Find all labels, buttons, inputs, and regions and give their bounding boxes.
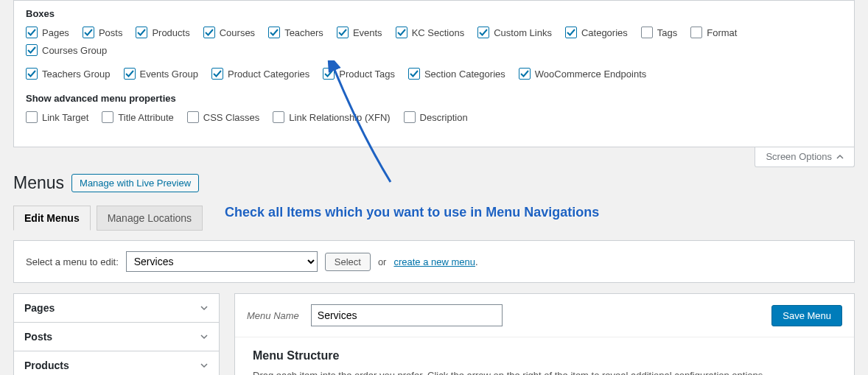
checkbox-label: Link Relationship (XFN) bbox=[289, 112, 390, 123]
box-check-6[interactable]: KC Sections bbox=[396, 27, 465, 38]
checkbox-icon bbox=[26, 44, 38, 56]
checkbox-icon bbox=[404, 111, 416, 123]
checkbox-label: Custom Links bbox=[494, 27, 552, 38]
checkbox-label: Products bbox=[152, 27, 189, 38]
checkbox-label: Events bbox=[353, 27, 382, 38]
sidebar-item-products[interactable]: Products bbox=[14, 351, 219, 375]
checkbox-icon bbox=[641, 27, 653, 38]
box-check-9[interactable]: Tags bbox=[641, 27, 677, 38]
chevron-down-icon bbox=[200, 361, 209, 370]
tab-manage-locations[interactable]: Manage Locations bbox=[97, 206, 203, 231]
select-menu-label: Select a menu to edit: bbox=[26, 256, 119, 267]
checkbox-label: Product Tags bbox=[339, 69, 395, 80]
checkbox-icon bbox=[323, 68, 335, 80]
box-check-r2-2[interactable]: Product Categories bbox=[211, 68, 309, 80]
sidebar-item-posts[interactable]: Posts bbox=[14, 323, 219, 351]
boxes-row-1: PagesPostsProductsCoursesTeachersEventsK… bbox=[26, 27, 842, 62]
checkbox-icon bbox=[83, 27, 94, 38]
box-check-1[interactable]: Posts bbox=[83, 27, 123, 38]
checkbox-icon bbox=[690, 27, 702, 38]
checkbox-icon bbox=[273, 111, 284, 123]
checkbox-label: Posts bbox=[99, 27, 123, 38]
create-menu-link[interactable]: create a new menu bbox=[393, 256, 475, 267]
checkbox-label: Title Attribute bbox=[118, 112, 173, 123]
checkbox-icon bbox=[102, 111, 113, 123]
sidebar-item-label: Products bbox=[24, 360, 69, 371]
adv-check-2[interactable]: CSS Classes bbox=[187, 111, 260, 123]
select-button[interactable]: Select bbox=[325, 253, 371, 271]
save-menu-button[interactable]: Save Menu bbox=[771, 305, 842, 326]
menu-structure-heading: Menu Structure bbox=[253, 349, 836, 362]
accordion: PagesPostsProducts bbox=[13, 293, 220, 375]
sidebar-item-label: Posts bbox=[24, 331, 52, 343]
box-check-8[interactable]: Categories bbox=[565, 27, 628, 38]
tab-edit-menus[interactable]: Edit Menus bbox=[13, 206, 91, 231]
box-check-r2-1[interactable]: Events Group bbox=[124, 68, 199, 80]
box-check-2[interactable]: Products bbox=[136, 27, 189, 38]
checkbox-label: Tags bbox=[657, 27, 677, 38]
menu-select[interactable]: Services bbox=[126, 251, 318, 272]
checkbox-icon bbox=[26, 68, 38, 80]
checkbox-icon bbox=[337, 27, 349, 38]
page-title: Menus bbox=[13, 173, 64, 193]
box-check-10[interactable]: Format bbox=[690, 27, 737, 38]
live-preview-button[interactable]: Manage with Live Preview bbox=[71, 174, 199, 192]
checkbox-label: Description bbox=[420, 112, 468, 123]
checkbox-icon bbox=[136, 27, 147, 38]
box-check-3[interactable]: Courses bbox=[203, 27, 255, 38]
checkbox-icon bbox=[203, 27, 215, 38]
sidebar-item-pages[interactable]: Pages bbox=[14, 294, 219, 323]
checkbox-icon bbox=[124, 68, 136, 80]
boxes-heading: Boxes bbox=[26, 8, 842, 19]
chevron-up-icon bbox=[836, 153, 844, 161]
select-menu-panel: Select a menu to edit: Services Select o… bbox=[13, 240, 855, 283]
boxes-row-2: Teachers GroupEvents GroupProduct Catego… bbox=[26, 68, 842, 85]
screen-options-panel: Boxes PagesPostsProductsCoursesTeachersE… bbox=[13, 0, 855, 147]
sidebar: PagesPostsProducts bbox=[13, 293, 220, 375]
adv-check-4[interactable]: Description bbox=[404, 111, 468, 123]
annotation-text: Check all Items which you want to use in… bbox=[225, 205, 599, 230]
checkbox-label: Teachers bbox=[284, 27, 323, 38]
period: . bbox=[475, 256, 478, 267]
checkbox-label: Format bbox=[707, 27, 737, 38]
checkbox-icon bbox=[565, 27, 577, 38]
menu-editor: Menu Name Save Menu Menu Structure Drag … bbox=[234, 293, 855, 375]
menu-structure-desc: Drag each item into the order you prefer… bbox=[253, 370, 836, 375]
screen-options-toggle[interactable]: Screen Options bbox=[755, 147, 855, 167]
chevron-down-icon bbox=[200, 332, 209, 341]
checkbox-label: Section Categories bbox=[424, 69, 505, 80]
box-check-4[interactable]: Teachers bbox=[268, 27, 323, 38]
screen-options-label: Screen Options bbox=[766, 151, 832, 162]
box-check-r2-0[interactable]: Teachers Group bbox=[26, 68, 111, 80]
checkbox-icon bbox=[396, 27, 407, 38]
box-check-5[interactable]: Events bbox=[337, 27, 382, 38]
box-check-r2-4[interactable]: Section Categories bbox=[408, 68, 505, 80]
checkbox-icon bbox=[519, 68, 531, 80]
checkbox-icon bbox=[268, 27, 280, 38]
box-check-0[interactable]: Pages bbox=[26, 27, 69, 38]
menu-name-label: Menu Name bbox=[247, 310, 299, 321]
checkbox-icon bbox=[477, 27, 489, 38]
checkbox-icon bbox=[26, 111, 38, 123]
adv-check-0[interactable]: Link Target bbox=[26, 111, 88, 123]
box-check-r2-3[interactable]: Product Tags bbox=[323, 68, 395, 80]
checkbox-label: Link Target bbox=[42, 112, 88, 123]
checkbox-icon bbox=[211, 68, 223, 80]
checkbox-label: WooCommerce Endpoints bbox=[535, 69, 647, 80]
checkbox-icon bbox=[26, 27, 38, 38]
checkbox-icon bbox=[408, 68, 420, 80]
box-check-7[interactable]: Custom Links bbox=[477, 27, 552, 38]
box-check-r2-5[interactable]: WooCommerce Endpoints bbox=[519, 68, 647, 80]
menu-name-input[interactable] bbox=[311, 304, 503, 326]
sidebar-item-label: Pages bbox=[24, 302, 55, 314]
checkbox-label: Events Group bbox=[140, 69, 199, 80]
checkbox-label: KC Sections bbox=[412, 27, 465, 38]
or-text: or bbox=[378, 256, 387, 267]
box-check-11[interactable]: Courses Group bbox=[26, 44, 107, 56]
adv-check-1[interactable]: Title Attribute bbox=[102, 111, 173, 123]
checkbox-label: Courses Group bbox=[42, 45, 107, 56]
advanced-row: Link TargetTitle AttributeCSS ClassesLin… bbox=[26, 111, 842, 129]
checkbox-label: Courses bbox=[220, 27, 255, 38]
adv-check-3[interactable]: Link Relationship (XFN) bbox=[273, 111, 390, 123]
checkbox-label: CSS Classes bbox=[203, 112, 260, 123]
